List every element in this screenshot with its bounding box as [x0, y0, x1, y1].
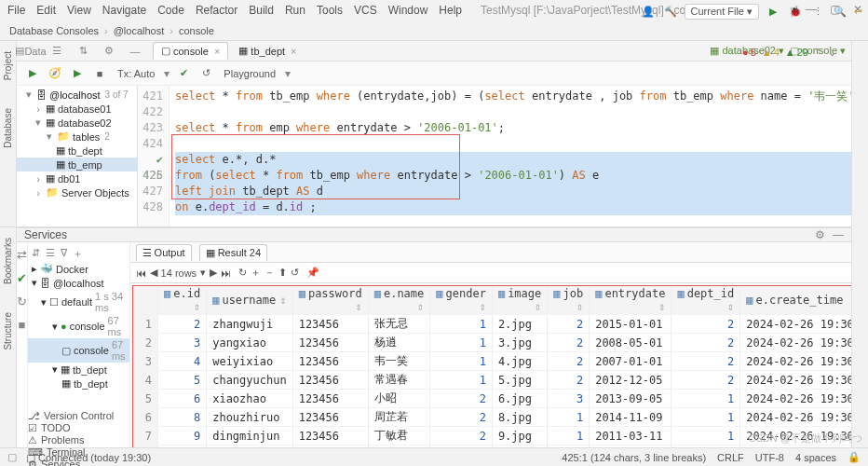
- result-tab[interactable]: ▦ Result 24: [199, 244, 267, 261]
- menu-help[interactable]: Help: [439, 4, 462, 17]
- breadcrumb-item[interactable]: @localhost: [114, 25, 165, 36]
- close-icon[interactable]: ×: [291, 46, 296, 57]
- indent[interactable]: 4 spaces: [795, 452, 836, 463]
- first-page-icon[interactable]: ⏮: [136, 267, 146, 279]
- back-arrow-icon[interactable]: ↩: [854, 6, 862, 18]
- bookmarks-tab[interactable]: Bookmarks: [0, 235, 21, 287]
- column-header[interactable]: ▦entrydate⇕: [590, 286, 671, 315]
- minus-icon[interactable]: ―: [127, 43, 143, 60]
- user-icon[interactable]: 👤: [640, 3, 657, 20]
- code-line[interactable]: left join tb_dept AS d: [175, 184, 868, 199]
- table-row[interactable]: 45changyuchun123456常遇春15.jpg22012-12-052…: [133, 371, 868, 390]
- sort-icon[interactable]: ⇅: [75, 43, 91, 60]
- gear-icon[interactable]: ⚙: [815, 228, 825, 241]
- close-icon[interactable]: ×: [214, 46, 220, 57]
- menu-code[interactable]: Code: [157, 4, 184, 17]
- data-tab-button[interactable]: ▤ Data: [22, 43, 39, 60]
- column-header[interactable]: ▦e.create_time⇕: [740, 286, 868, 315]
- menu-tools[interactable]: Tools: [317, 4, 343, 17]
- minimize-icon[interactable]: ―: [833, 228, 844, 241]
- menu-refactor[interactable]: Refactor: [196, 4, 237, 17]
- code-line[interactable]: select * from emp where entrydate > '200…: [175, 120, 868, 136]
- last-page-icon[interactable]: ⏭: [221, 267, 231, 279]
- reload-rows-icon[interactable]: ↻: [238, 267, 247, 279]
- menu-build[interactable]: Build: [249, 4, 274, 17]
- tool-btn-version control[interactable]: ⎇Version Control: [28, 410, 129, 422]
- table-row[interactable]: 12zhangwuji123456张无忌12.jpg22015-01-01220…: [133, 315, 868, 334]
- column-header[interactable]: ▦gender⇕: [430, 286, 493, 315]
- add-icon[interactable]: ＋: [73, 247, 83, 261]
- structure-tab[interactable]: Structure: [0, 309, 21, 353]
- inspection-badges[interactable]: ●5 ▲4 ▲29 ⌃⌄: [737, 43, 842, 62]
- filter-icon[interactable]: ∇: [61, 247, 67, 261]
- gear-icon[interactable]: ⚙: [101, 43, 117, 60]
- run-icon[interactable]: ▶: [765, 3, 781, 20]
- output-tab[interactable]: ☰ Output: [136, 244, 192, 261]
- breadcrumb-item[interactable]: console: [179, 25, 214, 36]
- menu-navigate[interactable]: Navigate: [102, 4, 146, 17]
- code-line[interactable]: on e.dept_id = d.id ;: [175, 199, 868, 215]
- explain-icon[interactable]: 🧭: [47, 65, 63, 82]
- database-tab[interactable]: Database: [0, 105, 21, 151]
- tool-btn-problems[interactable]: ⚠Problems: [28, 434, 129, 446]
- column-header[interactable]: ▦username⇕: [207, 286, 292, 315]
- menu-run[interactable]: Run: [285, 4, 305, 17]
- column-header[interactable]: ▦image⇕: [492, 286, 547, 315]
- next-page-icon[interactable]: ▶: [210, 267, 217, 279]
- code-line[interactable]: select e.*, d.*: [175, 152, 868, 168]
- menu-vcs[interactable]: VCS: [354, 4, 377, 17]
- menu-view[interactable]: View: [67, 4, 91, 17]
- breadcrumb-item[interactable]: Database Consoles: [9, 25, 99, 36]
- execute-schema-icon[interactable]: ▶: [69, 65, 86, 82]
- menu-edit[interactable]: Edit: [36, 4, 56, 17]
- debug-icon[interactable]: 🐞: [787, 3, 804, 20]
- column-header[interactable]: ▦dept_id⇕: [671, 286, 740, 315]
- hammer-icon[interactable]: 🔨: [662, 3, 679, 20]
- commit-icon[interactable]: ⬆: [278, 267, 287, 279]
- more-run-icon[interactable]: ⋮: [809, 3, 826, 20]
- editor-tab-tbdept[interactable]: ▦tb_dept×: [230, 42, 305, 60]
- rollback-icon[interactable]: ↺: [197, 65, 214, 82]
- table-row[interactable]: 68zhouzhiruo123456周芷若28.jpg12014-11-0912…: [133, 408, 868, 427]
- table-row[interactable]: 23yangxiao123456杨逍13.jpg22008-05-0122024…: [133, 334, 868, 352]
- search-icon[interactable]: 🔍: [832, 3, 848, 20]
- code-line[interactable]: from (select * from tb_emp where entryda…: [175, 168, 868, 184]
- table-row[interactable]: 56xiaozhao123456小昭26.jpg32013-09-0512024…: [133, 390, 868, 408]
- column-header[interactable]: ▦e.name⇕: [368, 286, 430, 315]
- menu-window[interactable]: Window: [388, 4, 428, 17]
- collapse-icon[interactable]: ⇵: [32, 247, 40, 261]
- code-line[interactable]: select * from tb_emp where (entrydate,jo…: [175, 89, 868, 104]
- code-line[interactable]: [175, 136, 868, 152]
- encoding[interactable]: UTF-8: [755, 452, 784, 463]
- run-config-select[interactable]: Current File▾: [685, 4, 759, 20]
- add-row-icon[interactable]: ＋: [251, 266, 261, 280]
- revert-icon[interactable]: ↺: [291, 267, 299, 279]
- reload-icon[interactable]: ↻: [17, 295, 27, 308]
- editor-gutter: 421422423424✔ 425426427428: [138, 86, 170, 226]
- editor-tab-console[interactable]: ▢console×: [153, 42, 228, 60]
- result-grid[interactable]: ▦e.id⇕▦username⇕▦password⇕▦e.name⇕▦gende…: [132, 285, 868, 466]
- menu-file[interactable]: File: [7, 4, 25, 17]
- prev-page-icon[interactable]: ◀: [150, 267, 157, 279]
- column-header[interactable]: ▦e.id⇕: [158, 286, 207, 315]
- filter-icon[interactable]: ☰: [48, 43, 65, 60]
- playground-button[interactable]: Playground: [220, 68, 279, 79]
- table-row[interactable]: 79dingminjun123456丁敏君29.jpg12011-03-1112…: [133, 427, 868, 445]
- column-header[interactable]: ▦job⇕: [548, 286, 590, 315]
- commit-icon[interactable]: ✔: [175, 65, 192, 82]
- pin-icon[interactable]: 📌: [306, 267, 319, 279]
- column-header[interactable]: ▦password⇕: [292, 286, 368, 315]
- project-tab[interactable]: Project: [0, 48, 21, 83]
- tree-icon[interactable]: ☰: [46, 247, 55, 261]
- tool-btn-todo[interactable]: ☑TODO: [28, 422, 129, 434]
- sql-editor[interactable]: 421422423424✔ 425426427428 select * from…: [138, 86, 868, 226]
- table-row[interactable]: 34weiyixiao123456韦一笑14.jpg22007-01-01220…: [133, 352, 868, 371]
- database-tree[interactable]: ▾🗄 @localhost3 of 7 ›▦ database01 ▾▦ dat…: [17, 86, 138, 226]
- lock-icon[interactable]: 🔒: [848, 451, 861, 463]
- stop-icon[interactable]: ■: [91, 65, 108, 82]
- tx-mode[interactable]: Tx: Auto: [114, 68, 158, 79]
- delete-row-icon[interactable]: －: [264, 266, 275, 280]
- code-line[interactable]: [175, 104, 868, 120]
- line-sep[interactable]: CRLF: [717, 452, 744, 463]
- execute-icon[interactable]: ▶: [24, 65, 41, 82]
